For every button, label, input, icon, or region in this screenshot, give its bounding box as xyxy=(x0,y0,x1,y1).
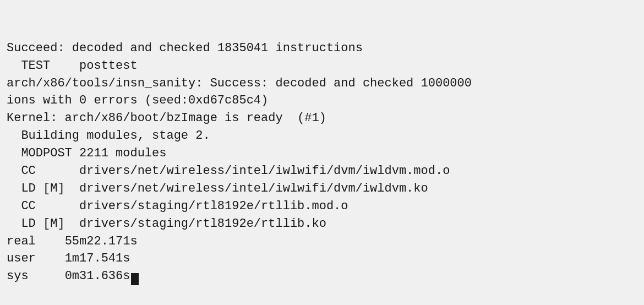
terminal-line: Building modules, stage 2. xyxy=(7,127,637,145)
terminal-line: LD [M] drivers/staging/rtl8192e/rtllib.k… xyxy=(7,215,637,233)
terminal-content: Succeed: decoded and checked 1835041 ins… xyxy=(7,40,637,285)
terminal-line: Succeed: decoded and checked 1835041 ins… xyxy=(7,40,637,57)
terminal-line: real 55m22.171s xyxy=(7,233,637,250)
terminal-line: MODPOST 2211 modules xyxy=(7,145,637,162)
terminal-output: Succeed: decoded and checked 1835041 ins… xyxy=(0,0,644,305)
terminal-line: arch/x86/tools/insn_sanity: Success: dec… xyxy=(7,75,637,92)
terminal-line: LD [M] drivers/net/wireless/intel/iwlwif… xyxy=(7,180,637,198)
terminal-line: CC drivers/staging/rtl8192e/rtllib.mod.o xyxy=(7,198,637,215)
terminal-line: TEST posttest xyxy=(7,57,637,75)
terminal-cursor xyxy=(131,273,139,285)
terminal-line: user 1m17.541s xyxy=(7,250,637,268)
terminal-line: sys 0m31.636s xyxy=(7,268,637,285)
terminal-line: Kernel: arch/x86/boot/bzImage is ready (… xyxy=(7,110,637,127)
terminal-line: CC drivers/net/wireless/intel/iwlwifi/dv… xyxy=(7,162,637,180)
terminal-line: ions with 0 errors (seed:0xd67c85c4) xyxy=(7,92,637,110)
